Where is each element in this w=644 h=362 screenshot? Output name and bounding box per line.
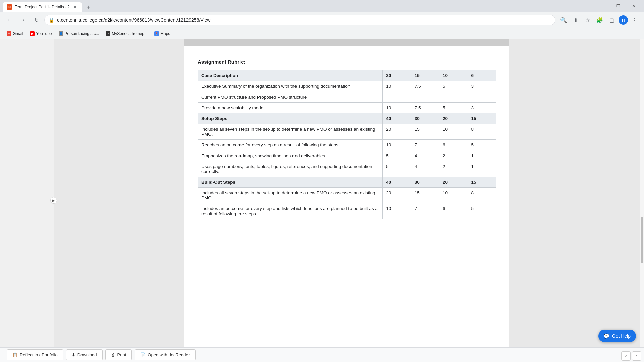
top-nav-partial (184, 39, 509, 46)
table-cell-col3 (439, 92, 468, 103)
print-button[interactable]: 🖨 Print (105, 349, 132, 360)
table-cell-category: Case Description (198, 70, 383, 81)
get-help-button[interactable]: 💬 Get Help (598, 330, 636, 342)
table-cell-col2: 15 (411, 70, 439, 81)
table-cell-col4: 3 (468, 103, 496, 113)
table-row: Current PMO structure and Proposed PMO s… (198, 92, 496, 103)
scrollbar-thumb[interactable] (641, 217, 643, 263)
chat-icon: 💬 (604, 333, 609, 339)
open-docreader-button[interactable]: 📄 Open with docReader (135, 349, 196, 360)
new-tab-button[interactable]: + (84, 3, 93, 12)
table-cell-col4: 3 (468, 81, 496, 92)
table-cell-category: Provide a new scalability model (198, 103, 383, 113)
profile-button[interactable]: H (619, 15, 628, 25)
table-cell-col4: 8 (468, 188, 496, 203)
bookmark-gmail-label: Gmail (13, 31, 23, 36)
bookmark-person-label: Person facing a c... (65, 31, 99, 36)
bookmark-youtube[interactable]: ▶ YouTube (27, 30, 54, 37)
tab-favicon: D2L (7, 4, 12, 10)
search-icon[interactable]: 🔍 (558, 15, 569, 25)
table-cell-col1: 5 (383, 150, 411, 161)
minimize-button[interactable]: — (595, 0, 610, 12)
sidebar-left: ▶ (0, 39, 54, 362)
table-cell-col3: 5 (439, 81, 468, 92)
table-cell-col4: 8 (468, 124, 496, 140)
table-cell-col1: 20 (383, 70, 411, 81)
table-row: Provide a new scalability model107.553 (198, 103, 496, 113)
split-screen-icon[interactable]: ▢ (606, 15, 617, 25)
table-cell-col4: 15 (468, 177, 496, 188)
table-cell-col2: 4 (411, 150, 439, 161)
table-cell-category: Uses page numbers, fonts, tables, figure… (198, 161, 383, 177)
table-row: Case Description2015106 (198, 70, 496, 81)
table-cell-col3: 6 (439, 203, 468, 219)
table-cell-category: Emphasizes the roadmap, showing timeline… (198, 150, 383, 161)
reload-button[interactable]: ↻ (31, 15, 42, 25)
table-cell-category: Current PMO structure and Proposed PMO s… (198, 92, 383, 103)
table-cell-col3: 10 (439, 188, 468, 203)
navigation-toolbar: ← → ↻ 🔒 e.centennialcollege.ca/d2l/le/co… (0, 12, 644, 28)
tab-area: D2L Term Project Part 1- Details - 2 ✕ + (3, 0, 93, 12)
bookmark-icon[interactable]: ☆ (582, 15, 593, 25)
download-icon: ⬇ (72, 352, 75, 357)
bookmark-youtube-label: YouTube (36, 31, 52, 36)
close-button[interactable]: ✕ (626, 0, 641, 12)
table-cell-col4: 5 (468, 140, 496, 150)
table-cell-col1: 10 (383, 140, 411, 150)
browser-content: ▶ Assignment Rubric: Case Description201… (0, 39, 644, 362)
table-cell-col2: 30 (411, 177, 439, 188)
page-area: Assignment Rubric: Case Description20151… (54, 39, 640, 362)
table-cell-col3: 20 (439, 113, 468, 124)
bookmark-myseneca-label: MySeneca homep... (112, 31, 148, 36)
table-cell-col2: 15 (411, 188, 439, 203)
table-cell-col2 (411, 92, 439, 103)
page-scroll[interactable]: Assignment Rubric: Case Description20151… (54, 39, 640, 362)
bookmark-person[interactable]: 👤 Person facing a c... (56, 30, 102, 37)
share-icon[interactable]: ⬆ (570, 15, 581, 25)
table-cell-col2: 30 (411, 113, 439, 124)
table-cell-col1: 20 (383, 188, 411, 203)
table-row: Includes an outcome for every step and l… (198, 203, 496, 219)
table-cell-col1: 10 (383, 81, 411, 92)
bookmark-maps[interactable]: 📍 Maps (152, 30, 173, 37)
table-cell-category: Reaches an outcome for every step as a r… (198, 140, 383, 150)
bookmark-maps-label: Maps (160, 31, 170, 36)
scrollbar-area[interactable] (640, 39, 644, 362)
table-cell-col3: 20 (439, 177, 468, 188)
table-cell-col2: 7 (411, 140, 439, 150)
page-nav-arrows: ‹ › (621, 351, 641, 361)
docreader-icon: 📄 (140, 352, 146, 357)
active-tab[interactable]: D2L Term Project Part 1- Details - 2 ✕ (3, 2, 82, 12)
forward-button[interactable]: → (17, 15, 28, 25)
lock-icon: 🔒 (49, 17, 54, 23)
menu-icon[interactable]: ⋮ (629, 15, 640, 25)
table-cell-col1: 10 (383, 203, 411, 219)
table-row: Emphasizes the roadmap, showing timeline… (198, 150, 496, 161)
next-page-button[interactable]: › (632, 351, 641, 361)
sidebar-toggle-button[interactable]: ▶ (50, 197, 57, 204)
table-cell-col1: 20 (383, 124, 411, 140)
extensions-icon[interactable]: 🧩 (594, 15, 605, 25)
table-cell-col2: 4 (411, 161, 439, 177)
prev-page-button[interactable]: ‹ (621, 351, 631, 361)
download-button[interactable]: ⬇ Download (66, 349, 103, 360)
reflect-eportfolio-button[interactable]: 📋 Reflect in ePortfolio (7, 349, 63, 360)
table-cell-col1: 40 (383, 113, 411, 124)
reflect-icon: 📋 (12, 352, 18, 357)
bookmarks-bar: M Gmail ▶ YouTube 👤 Person facing a c...… (0, 28, 644, 39)
bottom-toolbar: 📋 Reflect in ePortfolio ⬇ Download 🖨 Pri… (0, 347, 644, 362)
bookmark-myseneca[interactable]: S MySeneca homep... (103, 30, 150, 37)
maps-favicon: 📍 (154, 31, 159, 36)
titlebar: D2L Term Project Part 1- Details - 2 ✕ +… (0, 0, 644, 12)
table-cell-col4: 1 (468, 150, 496, 161)
tab-close-button[interactable]: ✕ (72, 4, 78, 10)
address-bar[interactable]: 🔒 e.centennialcollege.ca/d2l/le/content/… (44, 15, 555, 25)
bookmark-gmail[interactable]: M Gmail (4, 30, 26, 37)
maximize-button[interactable]: ❐ (610, 0, 626, 12)
table-cell-category: Includes an outcome for every step and l… (198, 203, 383, 219)
table-cell-col3: 5 (439, 103, 468, 113)
table-row: Executive Summary of the organization wi… (198, 81, 496, 92)
get-help-label: Get Help (612, 333, 631, 339)
back-button[interactable]: ← (4, 15, 15, 25)
tab-title: Term Project Part 1- Details - 2 (15, 5, 70, 9)
